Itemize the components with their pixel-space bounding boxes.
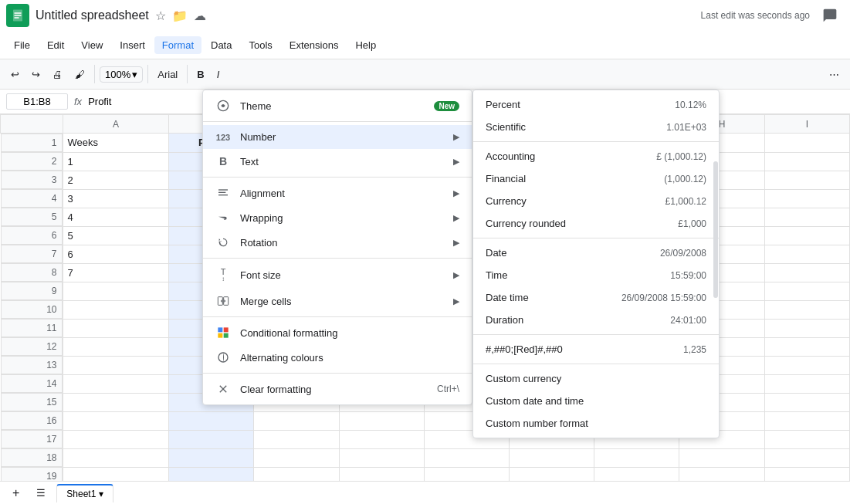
number-custom-currency-item[interactable]: Custom currency	[473, 367, 719, 390]
cell-8-a[interactable]: 7	[63, 263, 169, 282]
bold-button[interactable]: B	[192, 66, 208, 83]
cell-7-I[interactable]	[764, 245, 849, 263]
format-theme-item[interactable]: Theme New	[203, 93, 472, 118]
cell-reference-input[interactable]: B1:B8	[6, 93, 68, 110]
cell-19-C[interactable]	[254, 467, 339, 481]
format-merge-cells-item[interactable]: Merge cells ▶	[203, 289, 472, 313]
menu-help[interactable]: Help	[347, 36, 384, 54]
cell-18-H[interactable]	[679, 448, 764, 467]
number-custom-number-item[interactable]: Custom number format	[473, 412, 719, 435]
number-time-item[interactable]: Time 15:59:00	[473, 264, 719, 286]
format-alignment-item[interactable]: Alignment ▶	[203, 181, 472, 205]
cell-10-I[interactable]	[764, 300, 849, 319]
cell-18-a[interactable]	[63, 448, 169, 467]
more-toolbar-button[interactable]: ⋯	[825, 66, 844, 83]
cell-11-a[interactable]	[63, 319, 169, 337]
cell-17-I[interactable]	[764, 430, 849, 448]
cell-18-F[interactable]	[510, 448, 594, 467]
paint-format-button[interactable]: 🖌	[70, 66, 90, 83]
menu-extensions[interactable]: Extensions	[282, 36, 347, 54]
cell-19-a[interactable]	[63, 467, 169, 481]
cell-2-a[interactable]: 1	[63, 152, 169, 171]
cell-5-I[interactable]	[764, 208, 849, 226]
cell-2-I[interactable]	[764, 152, 849, 171]
cell-18-C[interactable]	[254, 448, 339, 467]
cell-8-I[interactable]	[764, 263, 849, 282]
cell-18-D[interactable]	[339, 448, 424, 467]
number-currency-rounded-item[interactable]: Currency rounded £1,000	[473, 212, 719, 235]
cell-19-b[interactable]	[169, 467, 254, 481]
menu-insert[interactable]: Insert	[112, 36, 153, 54]
cell-18-I[interactable]	[764, 448, 849, 467]
number-custom-datetime-item[interactable]: Custom date and time	[473, 390, 719, 412]
cell-18-E[interactable]	[424, 448, 509, 467]
cell-16-a[interactable]	[63, 411, 169, 430]
cell-14-I[interactable]	[764, 374, 849, 393]
submenu-scrollbar[interactable]	[713, 93, 719, 435]
cell-10-a[interactable]	[63, 300, 169, 319]
number-financial-item[interactable]: Financial (1,000.12)	[473, 167, 719, 190]
menu-view[interactable]: View	[73, 36, 110, 54]
cell-19-G[interactable]	[594, 467, 679, 481]
cell-15-a[interactable]	[63, 393, 169, 411]
menu-format[interactable]: Format	[154, 36, 201, 54]
undo-button[interactable]: ↩	[6, 66, 24, 83]
format-font-size-item[interactable]: T↕ Font size ▶	[203, 262, 472, 289]
cell-15-I[interactable]	[764, 393, 849, 411]
number-datetime-item[interactable]: Date time 26/09/2008 15:59:00	[473, 286, 719, 309]
print-button[interactable]: 🖨	[48, 66, 67, 83]
cell-12-a[interactable]	[63, 337, 169, 356]
format-alternating-colours-item[interactable]: Alternating colours	[203, 345, 472, 370]
cell-12-I[interactable]	[764, 337, 849, 356]
cell-6-I[interactable]	[764, 226, 849, 245]
menu-file[interactable]: File	[6, 36, 38, 54]
cell-1-I[interactable]	[764, 134, 849, 153]
zoom-selector[interactable]: 100% ▾	[100, 66, 143, 83]
format-conditional-formatting-item[interactable]: Conditional formatting	[203, 320, 472, 345]
sheets-list-button[interactable]: ☰	[32, 484, 50, 502]
star-icon[interactable]: ☆	[155, 8, 166, 23]
format-wrapping-item[interactable]: Wrapping ▶	[203, 205, 472, 230]
number-scientific-item[interactable]: Scientific 1.01E+03	[473, 116, 719, 138]
format-number-item[interactable]: 123 Number ▶	[203, 125, 472, 149]
cell-4-I[interactable]	[764, 189, 849, 208]
number-date-item[interactable]: Date 26/09/2008	[473, 242, 719, 264]
redo-button[interactable]: ↪	[27, 66, 45, 83]
cell-5-a[interactable]: 4	[63, 208, 169, 226]
cloud-icon[interactable]: ☁	[194, 8, 206, 23]
cell-16-D[interactable]	[339, 411, 424, 430]
cell-19-E[interactable]	[424, 467, 509, 481]
folder-icon[interactable]: 📁	[172, 8, 188, 23]
number-percent-item[interactable]: Percent 10.12%	[473, 93, 719, 116]
cell-14-a[interactable]	[63, 374, 169, 393]
add-sheet-button[interactable]: +	[6, 485, 25, 502]
cell-17-D[interactable]	[339, 430, 424, 448]
cell-18-G[interactable]	[594, 448, 679, 467]
cell-3-I[interactable]	[764, 171, 849, 189]
cell-17-a[interactable]	[63, 430, 169, 448]
number-custom-format-item[interactable]: #,##0;[Red]#,##0 1,235	[473, 338, 719, 360]
cell-3-a[interactable]: 2	[63, 171, 169, 189]
font-button[interactable]: Arial	[153, 66, 182, 83]
menu-data[interactable]: Data	[203, 36, 239, 54]
cell-9-a[interactable]	[63, 282, 169, 300]
document-title[interactable]: Untitled spreadsheet	[36, 8, 149, 22]
cell-18-b[interactable]	[169, 448, 254, 467]
cell-17-b[interactable]	[169, 430, 254, 448]
cell-16-b[interactable]	[169, 411, 254, 430]
format-clear-formatting-item[interactable]: Clear formatting Ctrl+\	[203, 377, 472, 401]
cell-16-C[interactable]	[254, 411, 339, 430]
col-header-i[interactable]: I	[764, 115, 849, 134]
cell-17-C[interactable]	[254, 430, 339, 448]
last-edit-text[interactable]: Last edit was seconds ago	[701, 10, 810, 21]
number-currency-item[interactable]: Currency £1,000.12	[473, 190, 719, 212]
format-rotation-item[interactable]: Rotation ▶	[203, 230, 472, 255]
cell-19-D[interactable]	[339, 467, 424, 481]
cell-19-H[interactable]	[679, 467, 764, 481]
number-accounting-item[interactable]: Accounting £ (1,000.12)	[473, 145, 719, 167]
col-header-a[interactable]: A	[63, 115, 169, 134]
chat-icon[interactable]	[816, 2, 844, 29]
menu-tools[interactable]: Tools	[241, 36, 279, 54]
cell-7-a[interactable]: 6	[63, 245, 169, 263]
cell-11-I[interactable]	[764, 319, 849, 337]
